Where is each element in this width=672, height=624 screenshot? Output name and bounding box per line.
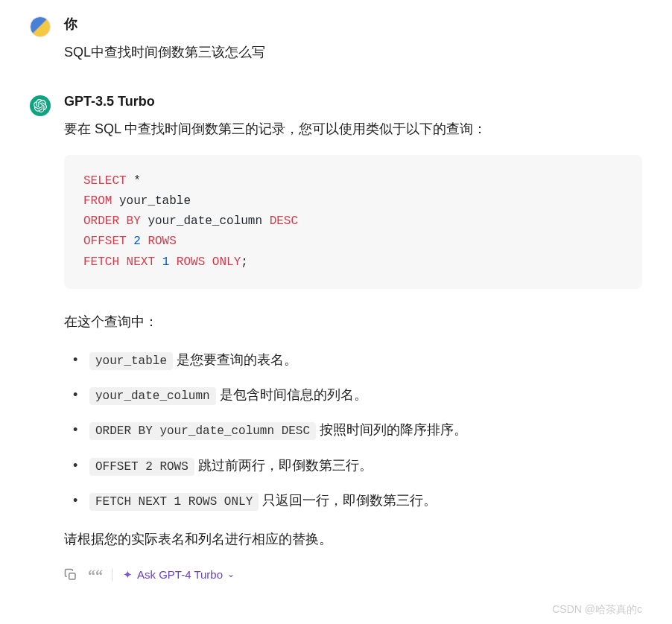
code-token: FETCH [83,255,119,269]
code-block: SELECT * FROM your_table ORDER BY your_d… [64,155,642,289]
sparkle-icon: ✦ [123,564,133,585]
user-avatar [30,16,51,37]
list-text: 是您要查询的表名。 [173,352,297,367]
bot-outro: 请根据您的实际表名和列名进行相应的替换。 [64,527,642,551]
explanation-list: your_table 是您要查询的表名。 your_date_column 是包… [64,348,642,512]
code-token: * [127,174,141,188]
list-item: FETCH NEXT 1 ROWS ONLY 只返回一行，即倒数第三行。 [70,489,642,512]
code-token: ROWS [141,235,177,248]
bot-intro: 要在 SQL 中查找时间倒数第三的记录，您可以使用类似于以下的查询： [64,117,642,141]
bot-name: GPT-3.5 Turbo [64,94,642,109]
code-token: ROWS [169,255,205,269]
bot-text: 要在 SQL 中查找时间倒数第三的记录，您可以使用类似于以下的查询： SELEC… [64,117,642,585]
code-token: FROM [83,194,112,208]
inline-code: your_date_column [89,387,216,405]
bot-message-content: GPT-3.5 Turbo 要在 SQL 中查找时间倒数第三的记录，您可以使用类… [64,94,642,585]
message-actions: ““ ✦ Ask GPT-4 Turbo ⌄ [64,564,642,585]
code-token: NEXT [119,255,155,269]
code-token: your_table [112,194,191,208]
code-token: 2 [127,235,141,248]
code-token: DESC [270,214,298,228]
list-item: your_date_column 是包含时间信息的列名。 [70,383,642,407]
bot-avatar [30,95,51,116]
code-token: ORDER BY [83,214,141,228]
explain-header: 在这个查询中： [64,310,642,334]
ask-gpt4-button[interactable]: ✦ Ask GPT-4 Turbo ⌄ [123,564,235,585]
code-token: OFFSET [83,235,127,248]
action-divider [112,568,112,582]
inline-code: OFFSET 2 ROWS [89,458,194,476]
user-text: SQL中查找时间倒数第三该怎么写 [64,40,642,64]
inline-code: your_table [89,352,173,370]
list-text: 是包含时间信息的列名。 [216,387,367,402]
list-text: 只返回一行，即倒数第三行。 [259,493,437,508]
user-message-content: 你 SQL中查找时间倒数第三该怎么写 [64,15,642,64]
list-item: ORDER BY your_date_column DESC 按照时间列的降序排… [70,418,642,442]
bot-message: GPT-3.5 Turbo 要在 SQL 中查找时间倒数第三的记录，您可以使用类… [30,94,642,585]
inline-code: FETCH NEXT 1 ROWS ONLY [89,493,259,511]
user-name: 你 [64,15,642,33]
watermark: CSDN @哈茶真的c [552,603,642,617]
user-message: 你 SQL中查找时间倒数第三该怎么写 [30,15,642,64]
code-token: 1 [155,255,169,269]
copy-icon[interactable] [64,568,77,582]
list-text: 跳过前两行，即倒数第三行。 [194,458,373,473]
list-item: your_table 是您要查询的表名。 [70,348,642,372]
code-token: SELECT [83,174,127,188]
chevron-down-icon: ⌄ [227,567,235,583]
code-token: ONLY [205,255,241,269]
openai-icon [34,99,47,112]
list-item: OFFSET 2 ROWS 跳过前两行，即倒数第三行。 [70,454,642,477]
code-token: your_date_column [141,214,270,228]
ask-label: Ask GPT-4 Turbo [137,564,223,585]
svg-rect-0 [69,573,75,579]
list-text: 按照时间列的降序排序。 [316,422,467,437]
inline-code: ORDER BY your_date_column DESC [89,422,316,440]
quote-icon[interactable]: ““ [88,568,101,582]
code-token: ; [241,255,248,269]
